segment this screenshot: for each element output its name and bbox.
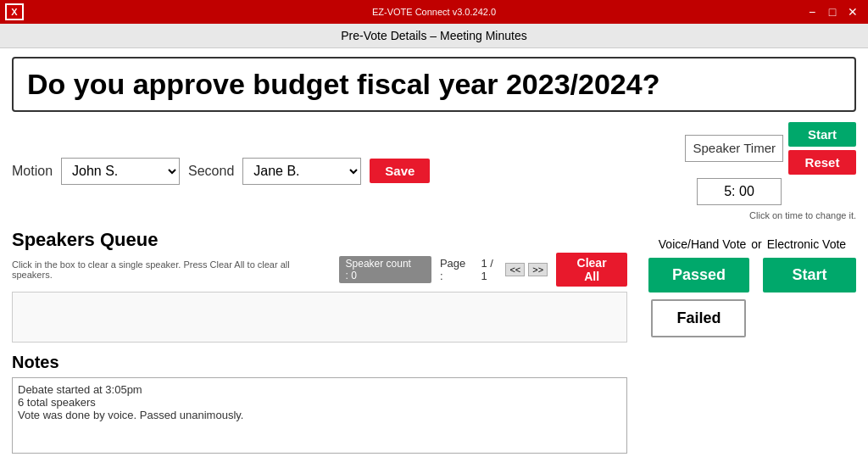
top-row: Motion John S. Second Jane B. Save Speak… [12, 122, 856, 220]
voice-hand-vote-label: Voice/Hand Vote [659, 237, 747, 251]
close-button[interactable]: X [5, 3, 24, 20]
notes-section: Notes [12, 353, 627, 457]
notes-title: Notes [12, 353, 627, 372]
timer-reset-button[interactable]: Reset [788, 150, 856, 175]
motion-label: Motion [12, 164, 53, 179]
question-text: Do you approve budget fiscal year 2023/2… [27, 68, 659, 100]
close-window-button[interactable]: ✕ [844, 3, 861, 20]
vote-section: Voice/Hand Vote or Electronic Vote Passe… [648, 237, 856, 337]
notes-textarea[interactable] [12, 377, 627, 454]
electronic-start-button[interactable]: Start [763, 258, 856, 292]
app-title: EZ-VOTE Connect v3.0.242.0 [372, 7, 496, 17]
page-title: Pre-Vote Details – Meeting Minutes [341, 29, 526, 42]
save-button[interactable]: Save [370, 159, 430, 183]
title-bar: X EZ-VOTE Connect v3.0.242.0 − □ ✕ [0, 0, 868, 24]
maximize-button[interactable]: □ [824, 3, 841, 20]
timer-hint: Click on time to change it. [749, 210, 856, 220]
window-controls: − □ ✕ [804, 3, 861, 20]
main-content: Do you approve budget fiscal year 2023/2… [0, 48, 868, 468]
question-box: Do you approve budget fiscal year 2023/2… [12, 57, 856, 112]
minimize-button[interactable]: − [804, 3, 821, 20]
electronic-vote-col: Start [763, 258, 856, 292]
speaker-count-badge: Speaker count : 0 [339, 256, 431, 283]
left-column: Speakers Queue Click in the box to clear… [12, 229, 627, 460]
vote-buttons-row: Passed Failed Start [648, 258, 856, 337]
speakers-controls: Click in the box to clear a single speak… [12, 253, 627, 287]
timer-buttons: Start Reset [788, 122, 856, 175]
vote-type-row: Voice/Hand Vote or Electronic Vote [659, 237, 846, 251]
prev-page-button[interactable]: << [505, 263, 525, 276]
failed-button[interactable]: Failed [651, 299, 746, 337]
motion-second-row: Motion John S. Second Jane B. Save [12, 158, 659, 185]
electronic-vote-label: Electronic Vote [767, 237, 846, 251]
motion-select[interactable]: John S. [61, 158, 180, 185]
second-select[interactable]: Jane B. [242, 158, 361, 185]
timer-start-button[interactable]: Start [788, 122, 856, 147]
next-page-button[interactable]: >> [528, 263, 548, 276]
page-info: Page : 1 / 1 << >> [440, 257, 548, 282]
or-label: or [751, 237, 761, 251]
timer-display[interactable]: 5: 00 [697, 178, 782, 205]
speakers-area [12, 292, 627, 343]
speaker-timer-label: Speaker Timer [685, 135, 783, 162]
clear-all-button[interactable]: Clear All [556, 253, 627, 287]
second-label: Second [188, 164, 234, 179]
speakers-queue-title: Speakers Queue [12, 229, 627, 251]
header-bar: Pre-Vote Details – Meeting Minutes [0, 24, 868, 48]
passed-button[interactable]: Passed [648, 258, 749, 292]
speakers-hint: Click in the box to clear a single speak… [12, 259, 331, 280]
right-column: Voice/Hand Vote or Electronic Vote Passe… [636, 229, 856, 460]
